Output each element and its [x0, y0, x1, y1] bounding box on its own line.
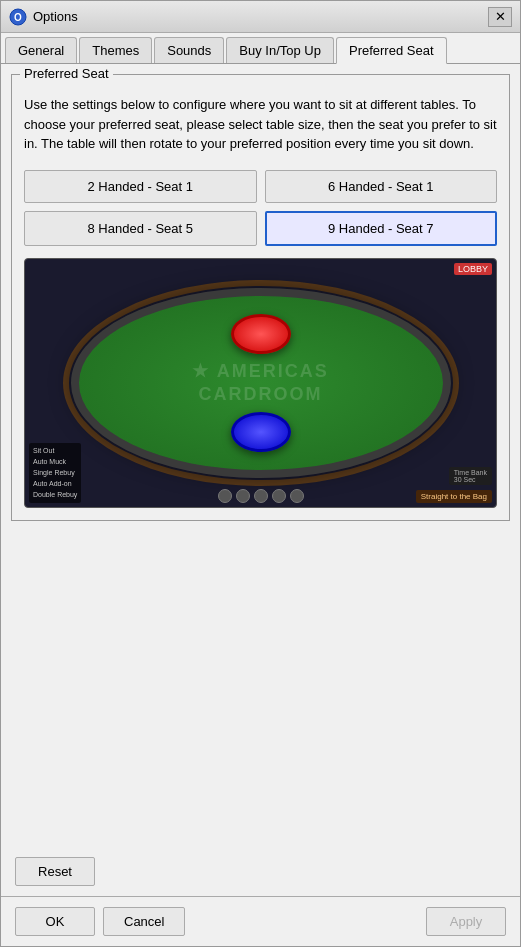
- table-preview: LOBBY ★ AMERICAS CARDROOM Sit Out Auto M…: [24, 258, 497, 508]
- sidebar-item-5: Double Rebuy: [33, 489, 77, 500]
- ctrl-dot-1: [218, 489, 232, 503]
- sidebar-item-2: Auto Muck: [33, 456, 77, 467]
- sidebar-item-3: Single Rebuy: [33, 467, 77, 478]
- window-title: Options: [33, 9, 488, 24]
- description-text: Use the settings below to configure wher…: [24, 95, 497, 154]
- preferred-seat-group: Preferred Seat Use the settings below to…: [11, 74, 510, 521]
- seat-btn-8h5[interactable]: 8 Handed - Seat 5: [24, 211, 257, 246]
- ctrl-dot-2: [236, 489, 250, 503]
- logo-line2: CARDROOM: [199, 384, 323, 404]
- title-bar: O Options ✕: [1, 1, 520, 33]
- options-window: O Options ✕ General Themes Sounds Buy In…: [0, 0, 521, 947]
- reset-button[interactable]: Reset: [15, 857, 95, 886]
- apply-button[interactable]: Apply: [426, 907, 506, 936]
- group-legend: Preferred Seat: [20, 66, 113, 81]
- tab-general[interactable]: General: [5, 37, 77, 63]
- tab-themes[interactable]: Themes: [79, 37, 152, 63]
- seat-grid: 2 Handed - Seat 1 6 Handed - Seat 1 8 Ha…: [24, 170, 497, 246]
- ctrl-dot-5: [290, 489, 304, 503]
- seat-btn-6h1[interactable]: 6 Handed - Seat 1: [265, 170, 498, 203]
- tab-buyin[interactable]: Buy In/Top Up: [226, 37, 334, 63]
- bottom-controls: [218, 489, 304, 503]
- footer: OK Cancel Apply: [1, 896, 520, 946]
- close-button[interactable]: ✕: [488, 7, 512, 27]
- time-bank-value: 30 Sec: [454, 476, 487, 483]
- ctrl-dot-4: [272, 489, 286, 503]
- time-bank-label: Time Bank 30 Sec: [449, 467, 492, 485]
- ok-button[interactable]: OK: [15, 907, 95, 936]
- sidebar-item-4: Auto Add-on: [33, 478, 77, 489]
- sidebar-item-1: Sit Out: [33, 445, 77, 456]
- table-logo: ★ AMERICAS CARDROOM: [192, 359, 328, 406]
- tab-content: Preferred Seat Use the settings below to…: [1, 64, 520, 847]
- cancel-button[interactable]: Cancel: [103, 907, 185, 936]
- ctrl-dot-3: [254, 489, 268, 503]
- logo-line1: ★ AMERICAS: [192, 360, 328, 380]
- chip-blue: [231, 412, 291, 452]
- table-felt: ★ AMERICAS CARDROOM: [71, 288, 451, 478]
- reset-section: Reset: [1, 847, 520, 896]
- seat-btn-2h1[interactable]: 2 Handed - Seat 1: [24, 170, 257, 203]
- app-icon: O: [9, 8, 27, 26]
- tab-bar: General Themes Sounds Buy In/Top Up Pref…: [1, 33, 520, 64]
- tab-sounds[interactable]: Sounds: [154, 37, 224, 63]
- tab-preferred-seat[interactable]: Preferred Seat: [336, 37, 447, 64]
- svg-text:O: O: [14, 12, 22, 23]
- sidebar-panel: Sit Out Auto Muck Single Rebuy Auto Add-…: [29, 443, 81, 503]
- straight-label: Straight to the Bag: [416, 490, 492, 503]
- seat-btn-9h7[interactable]: 9 Handed - Seat 7: [265, 211, 498, 246]
- time-bank-title: Time Bank: [454, 469, 487, 476]
- chip-red: [231, 314, 291, 354]
- lobby-badge: LOBBY: [454, 263, 492, 275]
